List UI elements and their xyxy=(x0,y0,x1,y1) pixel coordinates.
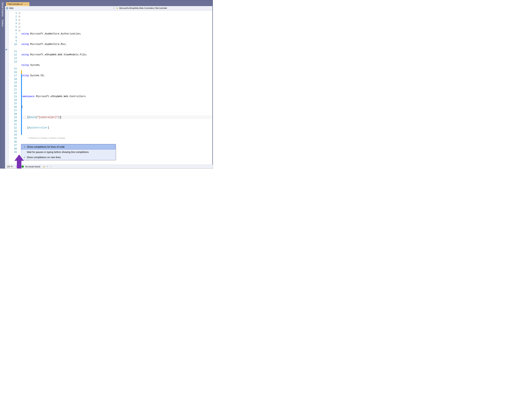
callout-arrow-icon xyxy=(15,154,24,169)
toolbox-tab[interactable]: Toolbox xyxy=(1,18,4,28)
chevron-down-icon: ▾ xyxy=(13,166,14,167)
class-icon xyxy=(116,7,119,10)
issues-label[interactable]: No issues found xyxy=(25,165,40,168)
zoom-level[interactable]: 100 % ▾ xyxy=(6,165,15,168)
globe-icon xyxy=(6,7,9,10)
fold-toggle[interactable]: − xyxy=(19,12,20,14)
editor-status-bar: 100 % ▾ ✓ No issues found 🖌 ▾ ◂ xyxy=(5,165,213,168)
main-area: FileController.cs* ⇲ × Web ▾ Microsoft.e… xyxy=(5,0,213,168)
chevron-down-icon: ▾ xyxy=(113,7,114,9)
title-bar xyxy=(5,0,213,1)
indicator-margin: ◉↑ xyxy=(5,10,9,165)
suggestion-indicator-icon[interactable]: ◉↑ xyxy=(5,48,8,51)
cleanup-icon[interactable]: 🖌 xyxy=(43,165,45,168)
separator xyxy=(42,165,42,168)
nav-scope-type[interactable]: Microsoft.eShopWeb.Web.Controllers.FileC… xyxy=(115,6,168,10)
chevron-down-icon[interactable]: ▾ xyxy=(47,166,48,167)
fold-toggle[interactable]: − xyxy=(19,30,20,31)
popup-item-show-completions-newlines[interactable]: ✓ Show completions on new lines xyxy=(21,155,116,160)
navigation-bar: Web ▾ Microsoft.eShopWeb.Web.Controllers… xyxy=(5,6,213,10)
document-tab-row: FileController.cs* ⇲ × xyxy=(5,1,213,6)
change-bar-saved xyxy=(21,74,22,135)
scroll-left-icon[interactable]: ◂ xyxy=(51,166,51,167)
fold-toggle[interactable]: − xyxy=(19,19,20,21)
change-bar-modified xyxy=(21,70,22,74)
zoom-value: 100 % xyxy=(7,165,13,168)
popup-item-show-completions-lines[interactable]: ✓ Show completions for lines of code xyxy=(21,144,116,150)
fold-toggle[interactable]: − xyxy=(19,16,20,17)
fold-toggle[interactable]: − xyxy=(19,23,20,24)
document-tab[interactable]: FileController.cs* ⇲ × xyxy=(6,2,29,6)
outline-gutter: − − − − − − xyxy=(19,10,21,165)
document-tab-title: FileController.cs* xyxy=(7,3,23,5)
code-text-area[interactable]: using·Microsoft.AspNetCore.Authorization… xyxy=(21,10,213,165)
popup-item-label: Wait for pauses in typing before showing… xyxy=(27,151,89,153)
tool-well: Server Explorer Toolbox xyxy=(0,0,5,168)
popup-item-label: Show completions for lines of code xyxy=(27,146,65,148)
intellicode-settings-popup: ✓ Show completions for lines of code Wai… xyxy=(21,144,116,160)
code-editor[interactable]: ◉↑ 12345678910 11121314 1516171819202122… xyxy=(5,10,213,165)
line-number-gutter: 12345678910 11121314 1516171819202122232… xyxy=(9,10,19,165)
nav-scope-project-label: Web xyxy=(9,7,13,9)
close-icon[interactable]: × xyxy=(27,3,28,5)
codelens-class[interactable]: 0 references | 0 changes | 0 authors, 0 … xyxy=(21,136,213,140)
popup-item-wait-pauses[interactable]: Wait for pauses in typing before showing… xyxy=(21,150,116,155)
fold-toggle[interactable]: − xyxy=(19,26,20,28)
check-icon: ✓ xyxy=(22,146,27,148)
nav-scope-type-label: Microsoft.eShopWeb.Web.Controllers.FileC… xyxy=(119,7,167,9)
nav-scope-project[interactable]: Web ▾ xyxy=(5,6,115,10)
pin-icon[interactable]: ⇲ xyxy=(24,3,26,5)
server-explorer-tab[interactable]: Server Explorer xyxy=(1,1,4,18)
popup-item-label: Show completions on new lines xyxy=(27,156,61,159)
